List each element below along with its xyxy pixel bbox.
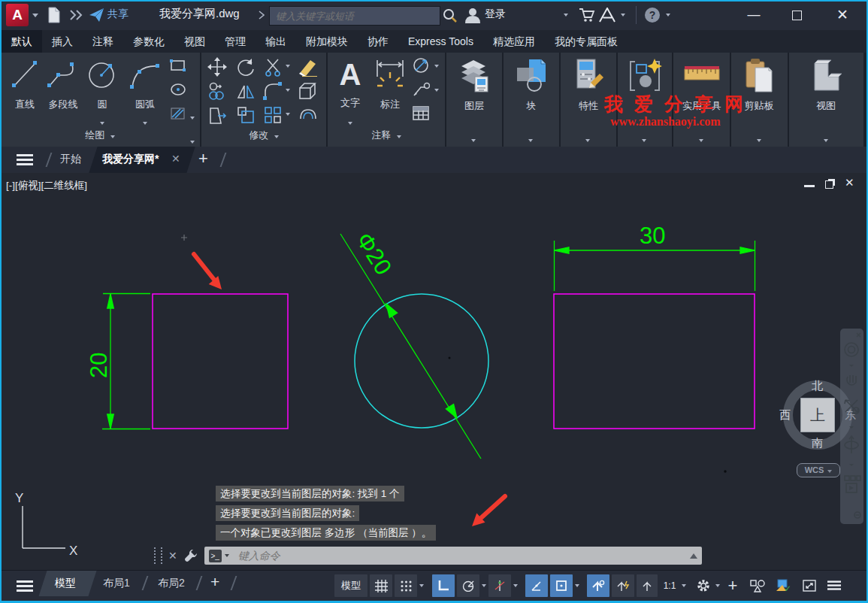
array-icon[interactable] [263,105,283,125]
panel-properties-caret[interactable] [585,139,590,142]
panel-block-caret[interactable] [528,139,533,142]
isodraft-caret[interactable] [513,584,518,587]
box3d-icon[interactable] [298,81,317,101]
rotate-icon[interactable] [236,57,256,77]
scale-icon[interactable] [236,105,256,125]
viewport-restore-icon[interactable] [825,180,833,189]
panel-utilities-caret[interactable] [699,139,703,142]
ribbon-tab-view[interactable]: 视图 [174,30,215,53]
command-input-bar[interactable]: >_ [204,547,702,565]
panel-modify-title[interactable]: 修改 [201,129,326,142]
wcs-selector[interactable]: WCS [797,463,840,477]
annotation-scale-value[interactable]: 1:1 [660,574,679,597]
account-caret-icon[interactable] [564,14,568,17]
maximize-button[interactable] [792,11,802,20]
isodraft-toggle[interactable] [488,574,511,597]
help-caret-icon[interactable] [666,14,670,17]
share-icon[interactable] [89,8,105,23]
mirror-icon[interactable] [236,81,256,101]
dimension-tool-button[interactable]: 标注 [371,57,409,95]
rectangle-tool-button[interactable] [170,59,186,75]
command-expand-icon[interactable] [690,553,697,559]
model-space-button[interactable]: 模型 [334,574,367,597]
ortho-toggle[interactable] [432,574,455,597]
base-view-button[interactable]: 视图 [809,57,843,99]
autoscale-toggle[interactable] [612,574,634,597]
fillet-dropdown-caret[interactable] [286,89,290,92]
new-layout-button[interactable]: + [210,573,219,591]
rectangle-dropdown-caret[interactable] [190,117,195,120]
line-tool-button[interactable]: 直线 [6,57,44,95]
osnap-toggle[interactable] [550,574,573,597]
panel-annotate-title[interactable]: 注释 [328,129,445,142]
user-icon[interactable] [464,7,481,23]
panel-groups-caret[interactable] [642,139,646,142]
diameter-dim-button[interactable] [412,57,430,77]
dim-diameter-20[interactable] [340,234,481,459]
snap-toggle[interactable] [395,574,417,597]
file-tab-active-label[interactable]: 我爱分享网* [102,153,159,166]
trim-icon[interactable] [263,57,283,77]
panel-clipboard-caret[interactable] [757,139,761,142]
ribbon-tab-manage[interactable]: 管理 [215,30,256,53]
properties-button[interactable]: 特性 [571,57,606,99]
annotation-visibility-toggle[interactable] [587,574,609,597]
search-icon[interactable] [443,8,458,23]
otrack-toggle[interactable] [525,574,548,597]
panel-view-caret[interactable] [824,139,828,142]
ribbon-tab-output[interactable]: 输出 [256,30,296,53]
minimize-button[interactable]: — [742,0,765,30]
command-wrench-icon[interactable] [183,548,198,563]
layout-menu-icon[interactable] [17,580,33,592]
arc-dropdown-caret[interactable] [143,122,147,125]
fillet-icon[interactable] [263,81,283,101]
workspace-button[interactable] [694,574,713,597]
isolate-objects-button[interactable] [746,574,770,597]
polar-caret[interactable] [482,584,486,587]
app-logo-button[interactable]: A [6,4,29,26]
file-tab-new-button[interactable]: + [198,149,208,168]
ribbon-tab-addins[interactable]: 附加模块 [296,30,358,53]
ribbon-tab-default[interactable]: 默认 [2,30,42,53]
block-insert-button[interactable]: 块 [514,57,549,99]
hatch-tool-button[interactable] [170,107,186,123]
ribbon-tab-insert[interactable]: 插入 [42,30,83,53]
stretch-icon[interactable] [207,105,227,125]
polyline-tool-button[interactable]: 多段线 [42,57,84,95]
ribbon-tab-custom[interactable]: 我的专属面板 [545,30,628,53]
circle-tool-button[interactable]: 圆 [86,57,119,95]
table-tool-button[interactable] [412,105,430,125]
help-search-box[interactable] [269,6,440,26]
drawing-viewport[interactable]: 20 Φ20 30 [0,173,868,570]
navigation-bar[interactable] [840,329,863,524]
layout-tab-model[interactable]: 模型 [55,577,76,590]
store-cart-icon[interactable] [579,8,595,23]
text-tool-button[interactable]: A 文字 [335,57,365,92]
viewport-close-icon[interactable]: ✕ [845,176,854,189]
command-close-icon[interactable]: ✕ [168,550,177,562]
annoscale-button[interactable] [637,574,658,597]
leader-dropdown-caret[interactable] [434,89,439,92]
erase-icon[interactable] [298,57,319,77]
app-menu-caret-icon[interactable] [32,14,38,17]
cad-square[interactable] [153,294,288,429]
file-tab-menu-icon[interactable] [17,154,33,166]
autodesk-caret-icon[interactable] [621,14,625,17]
move-icon[interactable] [207,57,227,77]
text-dropdown-caret[interactable] [348,122,352,125]
ribbon-tab-parametric[interactable]: 参数化 [123,30,174,53]
viewport-minimize-icon[interactable] [804,185,815,187]
graphics-performance-button[interactable]: ✓ [772,574,796,597]
autodesk-logo-icon[interactable] [599,8,615,23]
file-tab-start[interactable]: 开始 [60,153,81,166]
circle-dropdown-caret[interactable] [100,122,104,125]
cad-rectangle[interactable] [554,294,755,429]
ribbon-tab-featured[interactable]: 精选应用 [483,30,545,53]
ellipse-tool-button[interactable] [170,83,186,99]
osnap-caret[interactable] [575,584,579,587]
command-drag-handle[interactable] [154,547,162,564]
panel-draw-title[interactable]: 绘图 [0,129,200,142]
ribbon-tab-annotate[interactable]: 注释 [83,30,123,53]
layer-properties-button[interactable]: 图层 [457,57,491,99]
ribbon-tab-collaborate[interactable]: 协作 [358,30,398,53]
